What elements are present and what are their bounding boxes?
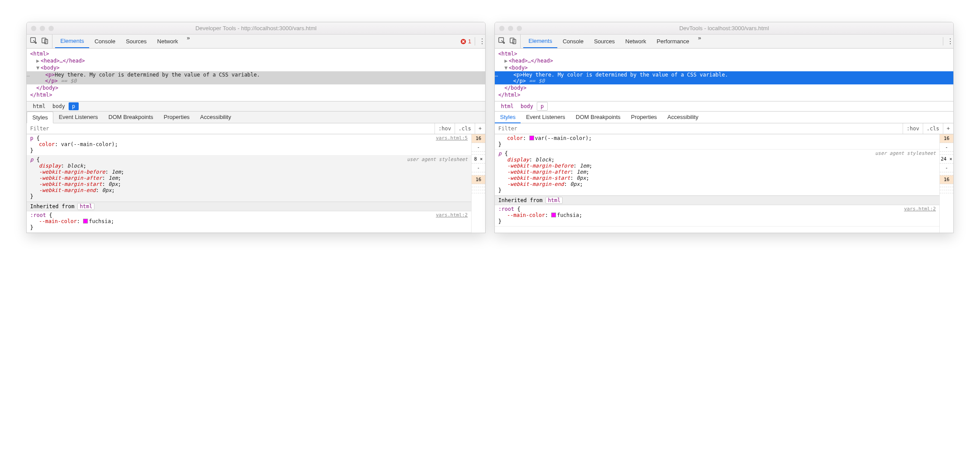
color-swatch[interactable] — [551, 213, 556, 217]
tab-dombreak[interactable]: DOM Breakpoints — [570, 112, 626, 123]
dom-html-close[interactable]: </html> — [498, 92, 521, 98]
tab-console[interactable]: Console — [557, 35, 589, 48]
expander-icon[interactable]: ▶ — [36, 58, 41, 64]
filter-input[interactable] — [27, 123, 434, 134]
dom-body-open[interactable]: <body> — [509, 65, 528, 71]
inherited-bar: Inherited from html — [27, 202, 471, 211]
rule-source-link[interactable]: vars.html:2 — [436, 212, 468, 218]
traffic-lights — [31, 26, 54, 31]
dom-html-open[interactable]: <html> — [498, 51, 517, 57]
crumb-html[interactable]: html — [29, 102, 49, 110]
traffic-lights — [499, 26, 522, 31]
tab-properties[interactable]: Properties — [626, 112, 662, 123]
tab-network[interactable]: Network — [620, 35, 652, 48]
tab-sources[interactable]: Sources — [121, 35, 152, 48]
hov-toggle[interactable]: :hov — [434, 123, 455, 134]
expander-icon[interactable]: ▼ — [504, 65, 509, 71]
inherited-pill[interactable]: html — [77, 203, 94, 210]
rule-root[interactable]: vars.html:2 :root { --main-color: fuchsi… — [495, 205, 939, 227]
inspect-icon[interactable] — [498, 37, 505, 45]
tab-listeners[interactable]: Event Listeners — [53, 112, 103, 123]
main-tabs: Elements Console Sources Network » — [55, 35, 194, 48]
filter-input[interactable] — [495, 123, 903, 134]
svg-rect-5 — [510, 38, 514, 43]
error-badge[interactable]: 1 — [460, 38, 471, 45]
minimize-dot[interactable] — [508, 26, 513, 31]
zoom-dot[interactable] — [517, 26, 522, 31]
ua-label: user agent stylesheet — [875, 150, 936, 156]
dom-head[interactable]: <head>…</head> — [509, 58, 553, 64]
dom-body-open[interactable]: <body> — [41, 65, 59, 71]
dom-body-close[interactable]: </body> — [36, 85, 59, 91]
hov-toggle[interactable]: :hov — [903, 123, 923, 134]
rule-ua[interactable]: user agent stylesheet p { display: block… — [495, 150, 939, 196]
window-title: Developer Tools - http://localhost:3000/… — [27, 25, 485, 31]
dom-tree[interactable]: <html> ▶<head>…</head> ▼<body> … <p>Hey … — [495, 49, 953, 101]
styles-panel: vars.html:5 p { color: var(--main-color)… — [27, 134, 485, 233]
error-count: 1 — [468, 38, 471, 45]
titlebar: DevTools - localhost:3000/vars.html — [495, 22, 953, 35]
rule-source-link[interactable]: vars.html:5 — [436, 135, 468, 141]
dom-body-close[interactable]: </body> — [504, 85, 527, 91]
cls-toggle[interactable]: .cls — [455, 123, 475, 134]
devtools-window-right: DevTools - localhost:3000/vars.html Elem… — [494, 22, 954, 233]
styles-tabs: Styles Event Listeners DOM Breakpoints P… — [495, 112, 953, 123]
tab-console[interactable]: Console — [89, 35, 121, 48]
close-dot[interactable] — [31, 26, 36, 31]
dom-selected-node[interactable]: … <p>Hey there. My color is determined b… — [27, 71, 485, 84]
rule-ua[interactable]: user agent stylesheet p { display: block… — [27, 156, 471, 202]
expander-icon[interactable]: ▼ — [36, 65, 41, 71]
tab-elements[interactable]: Elements — [523, 35, 557, 48]
menu-icon[interactable]: ⋮ — [475, 37, 483, 45]
tab-elements[interactable]: Elements — [55, 35, 89, 48]
breadcrumb: html body p — [495, 101, 953, 112]
devtools-window-left: Developer Tools - http://localhost:3000/… — [26, 22, 486, 233]
styles-tabs: Styles Event Listeners DOM Breakpoints P… — [27, 112, 485, 123]
minimize-dot[interactable] — [40, 26, 45, 31]
tab-styles[interactable]: Styles — [495, 112, 521, 123]
tabs-overflow[interactable]: » — [183, 35, 193, 48]
device-icon[interactable] — [510, 37, 517, 45]
rule-authored[interactable]: color: var(--main-color); } — [495, 134, 939, 150]
titlebar: Developer Tools - http://localhost:3000/… — [27, 22, 485, 35]
color-swatch[interactable] — [529, 136, 534, 140]
tab-a11y[interactable]: Accessibility — [195, 112, 236, 123]
dom-head[interactable]: <head>…</head> — [41, 58, 85, 64]
dom-selected-node[interactable]: … <p>Hey there. My color is determined b… — [495, 71, 953, 84]
close-dot[interactable] — [499, 26, 504, 31]
zoom-dot[interactable] — [49, 26, 54, 31]
tab-styles[interactable]: Styles — [27, 112, 53, 123]
tab-dombreak[interactable]: DOM Breakpoints — [103, 112, 159, 123]
crumb-p[interactable]: p — [537, 102, 548, 111]
color-swatch[interactable] — [83, 219, 88, 224]
new-rule-button[interactable]: + — [475, 123, 485, 134]
cls-toggle[interactable]: .cls — [923, 123, 943, 134]
svg-rect-1 — [42, 38, 46, 43]
crumb-body[interactable]: body — [49, 102, 69, 110]
crumb-body[interactable]: body — [517, 102, 537, 110]
rule-authored[interactable]: vars.html:5 p { color: var(--main-color)… — [27, 134, 471, 156]
tab-a11y[interactable]: Accessibility — [662, 112, 704, 123]
rule-root[interactable]: vars.html:2 :root { --main-color: fuchsi… — [27, 211, 471, 233]
crumb-p[interactable]: p — [69, 102, 79, 110]
tab-performance[interactable]: Performance — [651, 35, 694, 48]
dom-html-close[interactable]: </html> — [30, 92, 52, 98]
menu-icon[interactable]: ⋮ — [943, 37, 951, 45]
dom-tree[interactable]: <html> ▶<head>…</head> ▼<body> … <p>Hey … — [27, 49, 485, 101]
device-icon[interactable] — [42, 37, 49, 45]
expander-icon[interactable]: ▶ — [504, 58, 509, 64]
tabs-overflow[interactable]: » — [695, 35, 705, 48]
inherited-pill[interactable]: html — [546, 197, 563, 204]
tab-sources[interactable]: Sources — [589, 35, 620, 48]
rule-source-link[interactable]: vars.html:2 — [904, 206, 936, 212]
tab-listeners[interactable]: Event Listeners — [521, 112, 570, 123]
main-toolbar: Elements Console Sources Network Perform… — [495, 35, 953, 49]
tab-network[interactable]: Network — [152, 35, 184, 48]
new-rule-button[interactable]: + — [943, 123, 953, 134]
dom-html-open[interactable]: <html> — [30, 51, 49, 57]
window-title: DevTools - localhost:3000/vars.html — [495, 25, 953, 31]
crumb-html[interactable]: html — [497, 102, 517, 110]
inspect-icon[interactable] — [30, 37, 37, 45]
tab-properties[interactable]: Properties — [159, 112, 195, 123]
breadcrumb: html body p — [27, 101, 485, 112]
